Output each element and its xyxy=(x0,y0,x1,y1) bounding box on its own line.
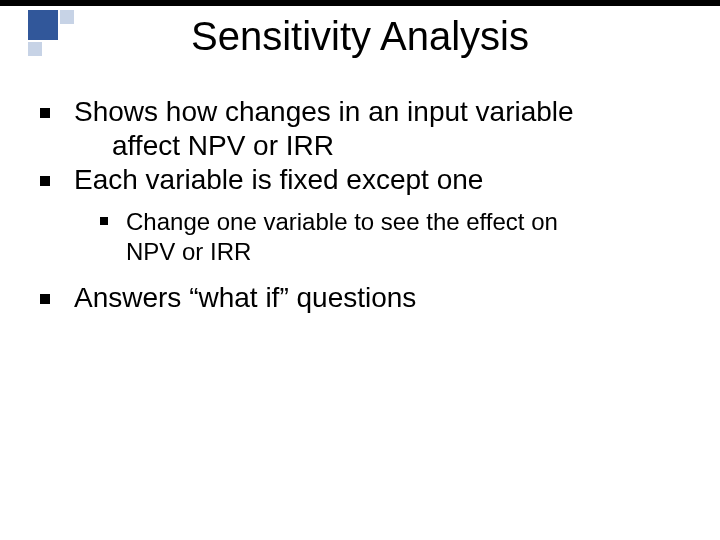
square-bullet-icon xyxy=(40,294,50,304)
sub-bullet-item: Change one variable to see the effect on… xyxy=(100,207,680,267)
bullet-text-line: affect NPV or IRR xyxy=(74,130,334,161)
top-accent-bar xyxy=(0,0,720,6)
bullet-text-line: Answers “what if” questions xyxy=(74,282,416,313)
square-bullet-icon xyxy=(40,108,50,118)
square-bullet-icon xyxy=(100,217,108,225)
sub-bullet-text-line: NPV or IRR xyxy=(126,238,251,265)
bullet-item: Each variable is fixed except one xyxy=(40,163,680,197)
bullet-text: Shows how changes in an input variable a… xyxy=(74,95,574,163)
bullet-item: Answers “what if” questions xyxy=(40,281,680,315)
slide-content: Shows how changes in an input variable a… xyxy=(40,95,680,316)
bullet-item: Shows how changes in an input variable a… xyxy=(40,95,680,163)
square-bullet-icon xyxy=(40,176,50,186)
bullet-text-line: Shows how changes in an input variable xyxy=(74,96,574,127)
sub-bullet-text-line: Change one variable to see the effect on xyxy=(126,208,558,235)
sub-bullet-text: Change one variable to see the effect on… xyxy=(126,207,558,267)
bullet-text-line: Each variable is fixed except one xyxy=(74,164,483,195)
bullet-text: Answers “what if” questions xyxy=(74,281,416,315)
slide-title: Sensitivity Analysis xyxy=(0,14,720,59)
bullet-text: Each variable is fixed except one xyxy=(74,163,483,197)
